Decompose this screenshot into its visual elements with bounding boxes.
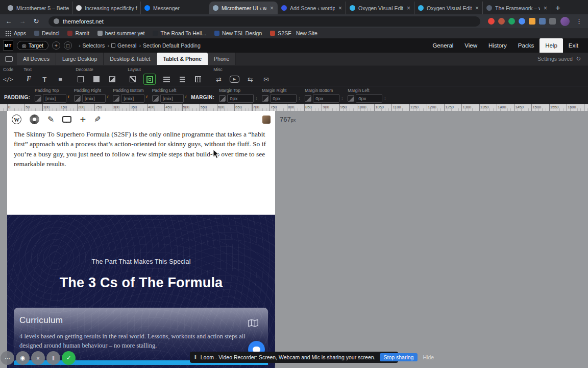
menu-item[interactable]: Packs xyxy=(512,38,540,53)
refresh-icon[interactable]: ↻ xyxy=(576,55,581,62)
text-align-icon[interactable]: ≡ xyxy=(55,74,65,85)
forward-icon[interactable]: → xyxy=(18,17,27,25)
extension-icon[interactable] xyxy=(549,18,556,25)
browser-tab[interactable]: Microthemer UI ‹ word × xyxy=(209,2,278,14)
unit-picker-icon[interactable] xyxy=(152,95,159,102)
spacing-icon[interactable] xyxy=(143,74,156,85)
unit-picker-icon[interactable] xyxy=(113,95,119,102)
extension-icon[interactable] xyxy=(519,18,525,25)
video-icon[interactable]: ▶ xyxy=(229,74,239,85)
margin-input[interactable]: 0px xyxy=(227,94,254,103)
browser-tab[interactable]: Messenger × xyxy=(141,2,209,14)
grid-icon[interactable] xyxy=(193,74,203,85)
unit-picker-icon[interactable] xyxy=(35,95,41,102)
bookmark-item[interactable]: New TSL Design xyxy=(214,30,262,36)
background-icon[interactable] xyxy=(91,74,102,85)
browser-tab[interactable]: Microthemer 5 – Better × xyxy=(4,2,72,14)
new-content-icon[interactable]: + xyxy=(80,114,86,125)
shadow-icon[interactable] xyxy=(107,74,117,85)
rows-icon[interactable] xyxy=(161,74,172,85)
tab-close-icon[interactable]: × xyxy=(543,5,548,12)
important-flag-icon[interactable]: i xyxy=(68,94,69,99)
important-flag-icon[interactable]: i xyxy=(107,94,109,99)
border-icon[interactable] xyxy=(76,74,86,85)
bookmark-item[interactable]: Ramit xyxy=(67,30,89,36)
transform-icon[interactable]: ⇄ xyxy=(213,74,224,85)
font-family-icon[interactable]: F xyxy=(23,74,34,85)
menu-item[interactable]: General xyxy=(427,38,459,53)
device-tab[interactable]: Tablet & Phone xyxy=(157,53,208,65)
wordpress-logo-icon[interactable]: W xyxy=(12,114,21,124)
user-avatar[interactable] xyxy=(262,116,271,124)
inspect-button[interactable]: + xyxy=(52,41,60,50)
tab-close-icon[interactable]: × xyxy=(406,5,411,12)
site-preview[interactable]: W ✎ + ✎ The Skinny To Superhero Formula … xyxy=(7,111,275,368)
menu-item[interactable]: History xyxy=(483,38,512,53)
padding-input[interactable]: [mix] xyxy=(160,94,184,103)
browser-tab[interactable]: Oxygen Visual Editor - × xyxy=(414,2,483,14)
margin-input[interactable]: 0px xyxy=(313,94,339,103)
browser-tab[interactable]: Add Scene ‹ wordpress × xyxy=(278,2,346,14)
code-icon[interactable]: </> xyxy=(3,74,13,85)
menu-item[interactable]: Exit xyxy=(563,38,584,53)
profile-avatar[interactable] xyxy=(560,17,570,26)
more-options-button[interactable]: ··· xyxy=(1,351,14,365)
apps-grid-icon[interactable] xyxy=(5,31,11,36)
device-tab[interactable]: Phone xyxy=(208,53,236,65)
breadcrumb-item[interactable]: › Selectors xyxy=(79,42,105,49)
palette-icon[interactable] xyxy=(30,114,39,124)
stepper-icon[interactable]: ↕ xyxy=(384,96,386,101)
browser-tab[interactable]: Increasing specificity fo × xyxy=(72,2,141,14)
bookmark-item[interactable]: S2SF - New Site xyxy=(270,30,317,36)
unit-picker-icon[interactable] xyxy=(262,95,268,102)
bookmark-item[interactable]: Devincl xyxy=(34,30,59,36)
pause-recording-button[interactable]: ‖ xyxy=(46,351,60,365)
hide-button[interactable]: Hide xyxy=(423,354,434,360)
unit-picker-icon[interactable] xyxy=(305,95,311,102)
device-tab[interactable]: Desktop & Tablet xyxy=(104,53,157,65)
unit-picker-icon[interactable] xyxy=(348,95,354,102)
columns-icon[interactable] xyxy=(177,74,187,85)
camera-button[interactable]: ◉ xyxy=(16,351,30,365)
shuffle-icon[interactable]: ⇆ xyxy=(245,74,255,85)
extension-icon[interactable] xyxy=(498,18,505,25)
menu-item[interactable]: View xyxy=(459,38,483,53)
browser-tab[interactable]: The Framework – word × xyxy=(483,2,551,14)
unit-picker-icon[interactable] xyxy=(219,95,226,102)
comments-icon[interactable] xyxy=(62,116,71,123)
text-color-icon[interactable]: T xyxy=(39,74,50,85)
mail-icon[interactable]: ✉ xyxy=(261,74,271,85)
padding-input[interactable]: [mix] xyxy=(121,94,144,103)
site-info-icon[interactable] xyxy=(54,18,59,24)
extension-icon[interactable] xyxy=(488,18,495,25)
stop-sharing-button[interactable]: Stop sharing xyxy=(380,353,418,361)
margin-input[interactable]: 0px xyxy=(270,94,297,103)
extension-icon[interactable] xyxy=(529,18,535,25)
browser-menu-icon[interactable]: ⋮ xyxy=(574,17,584,25)
breadcrumb-item[interactable]: › General xyxy=(107,42,136,49)
stepper-icon[interactable]: ↕ xyxy=(298,96,300,101)
important-flag-icon[interactable]: i xyxy=(185,94,187,99)
apps-label[interactable]: Apps xyxy=(14,30,26,36)
edit-icon[interactable]: ✎ xyxy=(94,116,101,124)
customize-icon[interactable]: ✎ xyxy=(47,116,54,124)
important-flag-icon[interactable]: i xyxy=(146,94,148,99)
breadcrumb-item[interactable]: › Section Default Padding xyxy=(139,42,200,49)
unit-picker-icon[interactable] xyxy=(74,95,81,102)
stepper-icon[interactable]: ↕ xyxy=(255,96,257,101)
tab-close-icon[interactable]: × xyxy=(270,5,274,12)
browser-tab[interactable]: Oxygen Visual Editor - × xyxy=(346,2,414,14)
cancel-recording-button[interactable]: × xyxy=(31,351,45,365)
back-icon[interactable]: ← xyxy=(4,17,13,25)
menu-item[interactable]: Help xyxy=(540,38,563,53)
finish-recording-button[interactable]: ✓ xyxy=(62,351,76,365)
dimensions-icon[interactable] xyxy=(128,74,138,85)
bookmark-item[interactable]: best summer yet xyxy=(97,30,145,36)
extension-icon[interactable] xyxy=(539,18,546,25)
reload-icon[interactable]: ↻ xyxy=(32,17,41,25)
device-tab[interactable]: All Devices xyxy=(17,53,56,65)
device-tab[interactable]: Large Desktop xyxy=(56,53,104,65)
bookmark-item[interactable]: The Road To Hell... xyxy=(153,30,206,36)
new-tab-button[interactable]: + xyxy=(551,2,565,14)
margin-input[interactable]: 0px xyxy=(356,94,382,103)
